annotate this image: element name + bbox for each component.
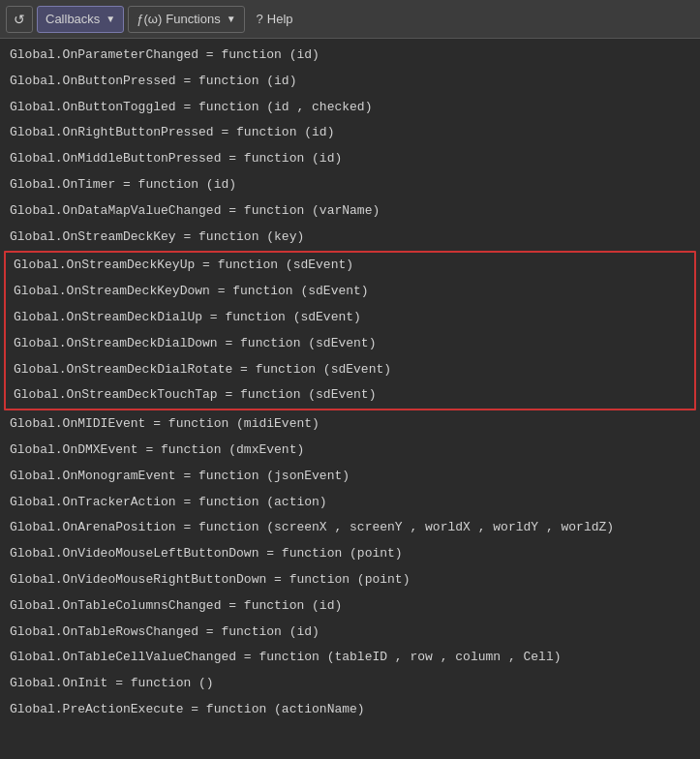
dropdown-arrow-functions: ▼ <box>227 14 236 24</box>
list-item[interactable]: Global.OnTableRowsChanged = function (id… <box>0 620 700 646</box>
list-item[interactable]: Global.OnButtonToggled = function (id , … <box>0 95 700 121</box>
list-item[interactable]: Global.OnTimer = function (id) <box>0 172 700 198</box>
list-item[interactable]: Global.OnTrackerAction = function (actio… <box>0 490 700 516</box>
content-area: Global.OnParameterChanged = function (id… <box>0 39 700 759</box>
func-icon: ƒ(ω) <box>137 12 162 26</box>
list-item[interactable]: Global.OnDMXEvent = function (dmxEvent) <box>0 438 700 464</box>
list-item[interactable]: Global.OnTableColumnsChanged = function … <box>0 593 700 620</box>
list-item[interactable]: Global.OnParameterChanged = function (id… <box>0 43 700 69</box>
callbacks-label: Callbacks <box>46 12 100 26</box>
callbacks-button[interactable]: Callbacks ▼ <box>37 6 124 33</box>
list-item[interactable]: Global.OnTableCellValueChanged = functio… <box>0 645 700 671</box>
list-item[interactable]: Global.OnButtonPressed = function (id) <box>0 69 700 95</box>
list-item[interactable]: Global.OnStreamDeckKeyUp = function (sdE… <box>6 253 694 279</box>
list-item[interactable]: Global.OnRightButtonPressed = function (… <box>0 120 700 146</box>
list-item[interactable]: Global.OnStreamDeckDialRotate = function… <box>6 357 694 383</box>
highlighted-group: Global.OnStreamDeckKeyUp = function (sdE… <box>4 251 696 410</box>
list-item[interactable]: Global.OnStreamDeckDialDown = function (… <box>6 331 694 357</box>
list-item[interactable]: Global.OnInit = function () <box>0 671 700 697</box>
list-item[interactable]: Global.OnStreamDeckKey = function (key) <box>0 225 700 251</box>
code-list[interactable]: Global.OnParameterChanged = function (id… <box>0 39 700 759</box>
list-item[interactable]: Global.OnStreamDeckKeyDown = function (s… <box>6 279 694 305</box>
list-item[interactable]: Global.OnStreamDeckTouchTap = function (… <box>6 382 694 409</box>
list-item[interactable]: Global.OnMonogramEvent = function (jsonE… <box>0 464 700 490</box>
list-item[interactable]: Global.PreActionExecute = function (acti… <box>0 697 700 723</box>
help-circle-icon: ? <box>257 12 263 26</box>
list-item[interactable]: Global.OnStreamDeckDialUp = function (sd… <box>6 305 694 331</box>
list-item[interactable]: Global.OnArenaPosition = function (scree… <box>0 515 700 541</box>
functions-button[interactable]: ƒ(ω) Functions ▼ <box>128 6 244 33</box>
list-item[interactable]: Global.OnMIDIEvent = function (midiEvent… <box>0 411 700 438</box>
dropdown-arrow-callbacks: ▼ <box>106 14 115 24</box>
toolbar: ↺ Callbacks ▼ ƒ(ω) Functions ▼ ? Help <box>0 0 700 39</box>
functions-label: Functions <box>166 12 220 26</box>
list-item[interactable]: Global.OnDataMapValueChanged = function … <box>0 198 700 225</box>
help-button[interactable]: ? Help <box>249 6 301 33</box>
refresh-button[interactable]: ↺ <box>6 6 33 33</box>
help-label: Help <box>267 12 293 26</box>
list-item[interactable]: Global.OnVideoMouseLeftButtonDown = func… <box>0 541 700 567</box>
refresh-icon: ↺ <box>14 12 25 27</box>
list-item[interactable]: Global.OnVideoMouseRightButtonDown = fun… <box>0 567 700 593</box>
list-item[interactable]: Global.OnMiddleButtonPressed = function … <box>0 146 700 172</box>
